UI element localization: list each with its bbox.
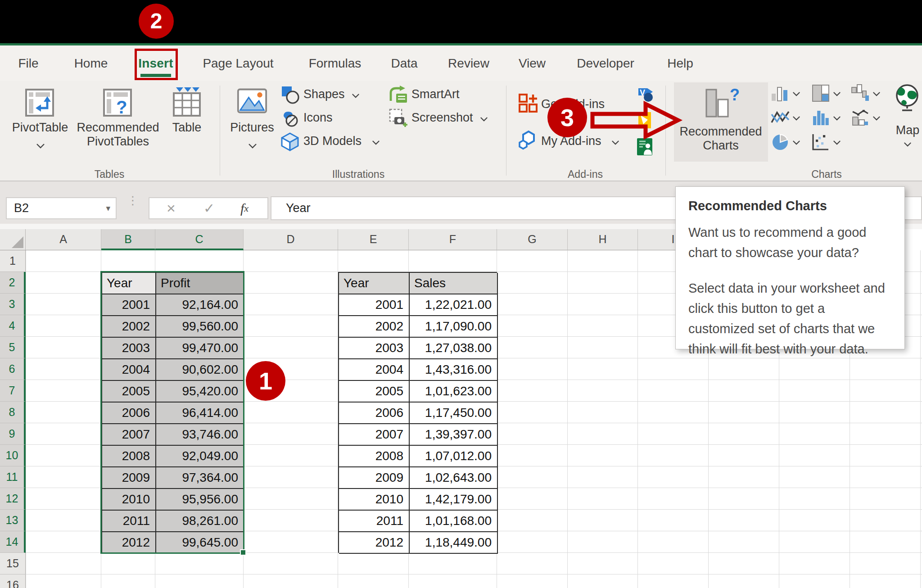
data-cell[interactable]: 2005	[102, 381, 156, 403]
data-cell[interactable]: 1,07,012.00	[410, 446, 498, 467]
my-add-ins-icon[interactable]	[518, 130, 538, 152]
chevron-down-icon[interactable]	[833, 90, 841, 98]
data-cell[interactable]: 2006	[339, 403, 410, 424]
table-button[interactable]: Table	[172, 121, 202, 135]
data-cell[interactable]: 2012	[102, 532, 156, 554]
row-header-9[interactable]: 9	[0, 423, 26, 445]
row-header-10[interactable]: 10	[0, 445, 26, 466]
enter-icon[interactable]: ✓	[203, 198, 215, 218]
name-box[interactable]: B2 ▾	[6, 197, 117, 219]
data-cell[interactable]: 90,602.00	[156, 359, 244, 381]
data-cell[interactable]: 1,17,450.00	[410, 403, 498, 424]
insert-line-chart-button[interactable]	[771, 108, 790, 129]
col-header-F[interactable]: F	[409, 229, 497, 250]
data-cell[interactable]: 92,049.00	[156, 446, 244, 467]
header-cell[interactable]: Year	[102, 273, 156, 294]
data-cell[interactable]: 2002	[102, 316, 156, 338]
data-cell[interactable]: 99,470.00	[156, 338, 244, 359]
data-cell[interactable]: 1,17,090.00	[410, 316, 498, 338]
get-add-ins-icon[interactable]	[518, 93, 538, 115]
chevron-down-icon[interactable]	[872, 114, 881, 122]
data-cell[interactable]: 2010	[339, 489, 410, 511]
screenshot-icon[interactable]	[388, 108, 408, 130]
row-header-13[interactable]: 13	[0, 510, 26, 531]
chevron-down-icon[interactable]	[904, 140, 912, 149]
col-header-A[interactable]: A	[26, 229, 101, 250]
insert-combo-chart-button[interactable]	[851, 108, 870, 129]
insert-scatter-chart-button[interactable]	[811, 132, 830, 153]
recommended-charts-button[interactable]: ? Recommended Charts	[674, 82, 768, 162]
row-header-7[interactable]: 7	[0, 380, 26, 402]
data-cell[interactable]: 95,956.00	[156, 489, 244, 511]
icons-button[interactable]: Icons	[303, 111, 333, 125]
tab-data[interactable]: Data	[391, 45, 417, 81]
chevron-down-icon[interactable]	[36, 142, 45, 150]
data-cell[interactable]: 2004	[102, 359, 156, 381]
data-cell[interactable]: 2010	[102, 489, 156, 511]
data-cell[interactable]: 2011	[102, 511, 156, 532]
tab-developer[interactable]: Developer	[577, 45, 634, 81]
data-cell[interactable]: 2007	[339, 424, 410, 446]
insert-hierarchy-chart-button[interactable]	[811, 84, 830, 104]
data-cell[interactable]: 97,364.00	[156, 467, 244, 489]
row-header-11[interactable]: 11	[0, 466, 26, 488]
data-cell[interactable]: 2004	[339, 359, 410, 381]
row-header-5[interactable]: 5	[0, 337, 26, 358]
row-header-6[interactable]: 6	[0, 358, 26, 380]
col-header-C[interactable]: C	[155, 229, 244, 250]
tab-help[interactable]: Help	[667, 45, 693, 81]
data-cell[interactable]: 93,746.00	[156, 424, 244, 446]
col-header-G[interactable]: G	[497, 229, 568, 250]
data-cell[interactable]: 1,27,038.00	[410, 338, 498, 359]
insert-column-chart-button[interactable]	[771, 84, 790, 104]
tab-file[interactable]: File	[18, 45, 38, 81]
row-header-12[interactable]: 12	[0, 488, 26, 510]
chevron-down-icon[interactable]	[792, 90, 800, 98]
insert-pie-chart-button[interactable]	[771, 132, 790, 153]
chevron-down-icon[interactable]	[248, 142, 257, 150]
tab-home[interactable]: Home	[74, 45, 108, 81]
col-header-E[interactable]: E	[338, 229, 409, 250]
header-cell[interactable]: Profit	[156, 273, 244, 294]
row-header-1[interactable]: 1	[0, 250, 26, 272]
data-cell[interactable]: 2005	[339, 381, 410, 403]
recommended-pivottables-button[interactable]: Recommended PivotTables	[77, 121, 159, 149]
data-cell[interactable]: 2008	[339, 446, 410, 467]
chevron-down-icon[interactable]	[792, 139, 800, 147]
data-cell[interactable]: 1,01,623.00	[410, 381, 498, 403]
col-header-H[interactable]: H	[568, 229, 638, 250]
chevron-down-icon[interactable]	[792, 114, 800, 122]
data-cell[interactable]: 2009	[102, 467, 156, 489]
chevron-down-icon[interactable]	[833, 114, 841, 122]
chevron-down-icon[interactable]	[872, 90, 881, 98]
recommended-pivottables-icon[interactable]: ?	[103, 88, 133, 120]
header-cell[interactable]: Year	[339, 273, 410, 294]
screenshot-button[interactable]: Screenshot	[411, 111, 488, 125]
data-cell[interactable]: 2001	[102, 294, 156, 316]
data-cell[interactable]: 2003	[102, 338, 156, 359]
data-cell[interactable]: 99,560.00	[156, 316, 244, 338]
pictures-button[interactable]: Pictures	[230, 121, 274, 135]
data-cell[interactable]: 96,414.00	[156, 403, 244, 424]
data-cell[interactable]: 2001	[339, 294, 410, 316]
chevron-down-icon[interactable]	[833, 139, 841, 147]
data-cell[interactable]: 1,02,643.00	[410, 467, 498, 489]
3d-models-button[interactable]: 3D Models	[303, 134, 380, 148]
data-cell[interactable]: 2006	[102, 403, 156, 424]
pivottable-button[interactable]: PivotTable	[12, 121, 68, 135]
data-cell[interactable]: 2011	[339, 511, 410, 532]
tab-insert[interactable]: Insert	[138, 45, 173, 81]
data-cell[interactable]: 1,39,397.00	[410, 424, 498, 446]
pivottable-icon[interactable]	[25, 88, 55, 120]
select-all-button[interactable]	[0, 229, 26, 250]
row-header-16[interactable]: 16	[0, 574, 26, 588]
insert-waterfall-chart-button[interactable]	[851, 84, 870, 104]
tab-review[interactable]: Review	[448, 45, 489, 81]
data-cell[interactable]: 2002	[339, 316, 410, 338]
cancel-icon[interactable]: ×	[167, 198, 176, 218]
pictures-icon[interactable]	[237, 87, 267, 116]
data-cell[interactable]: 99,645.00	[156, 532, 244, 554]
tab-page-layout[interactable]: Page Layout	[203, 45, 273, 81]
row-header-14[interactable]: 14	[0, 531, 26, 553]
shapes-icon[interactable]	[280, 85, 300, 106]
